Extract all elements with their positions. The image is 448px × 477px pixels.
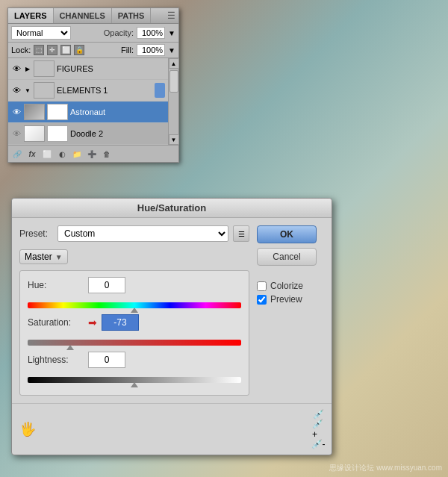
lock-transparent-icon[interactable]: ⬚ bbox=[34, 45, 44, 55]
layer-mask-thumbnail bbox=[47, 125, 68, 142]
hand-tool-icon[interactable]: 🖐 bbox=[19, 421, 36, 437]
panel-menu-icon[interactable]: ☰ bbox=[167, 10, 175, 21]
dialog-right: OK Cancel Colorize Preview bbox=[257, 225, 324, 396]
lock-image-icon[interactable]: ⬜ bbox=[60, 45, 71, 55]
group-expand-icon[interactable]: ▼ bbox=[24, 87, 31, 94]
new-layer-icon[interactable]: ➕ bbox=[86, 148, 98, 160]
scroll-down-arrow[interactable]: ▼ bbox=[169, 134, 179, 145]
blend-controls: Normal Opacity: ▼ bbox=[8, 24, 178, 43]
lightness-row: Lightness: 0 bbox=[28, 352, 241, 368]
tab-paths[interactable]: PATHS bbox=[112, 8, 152, 23]
saturation-track[interactable] bbox=[28, 340, 241, 346]
link-icon[interactable]: 🔗 bbox=[11, 148, 23, 160]
preset-row: Preset: Custom ☰ bbox=[19, 225, 249, 242]
preset-select[interactable]: Custom bbox=[57, 225, 228, 242]
saturation-thumb[interactable] bbox=[66, 345, 74, 350]
fill-input[interactable] bbox=[137, 44, 165, 56]
visibility-icon[interactable]: 👁 bbox=[11, 63, 22, 74]
layers-panel: LAYERS CHANNELS PATHS ☰ Normal Opacity: … bbox=[7, 7, 179, 163]
panel-tabs: LAYERS CHANNELS PATHS ☰ bbox=[8, 8, 178, 24]
visibility-icon[interactable]: 👁 bbox=[11, 128, 22, 139]
layer-list: 👁 ▶ FIGURES 👁 ▼ ELEMENTS 1 👁 bbox=[8, 58, 168, 145]
saturation-arrow-icon: ➡ bbox=[88, 317, 97, 328]
mask-icon[interactable]: ⬜ bbox=[41, 148, 53, 160]
scroll-thumb[interactable] bbox=[169, 70, 178, 93]
hue-slider-container bbox=[28, 302, 241, 308]
lock-all-icon[interactable]: 🔒 bbox=[74, 45, 84, 55]
eyedropper-add-icon[interactable]: 💉+ bbox=[312, 423, 324, 435]
layer-name: Doodle 2 bbox=[70, 129, 165, 138]
adjustment-icon[interactable]: ◐ bbox=[56, 148, 68, 160]
hue-label: Hue: bbox=[28, 280, 84, 290]
cancel-button[interactable]: Cancel bbox=[257, 248, 317, 266]
fx-icon[interactable]: fx bbox=[26, 148, 38, 160]
dialog-titlebar: Hue/Saturation bbox=[12, 199, 332, 218]
preview-row: Preview bbox=[257, 294, 324, 305]
layer-row[interactable]: 👁 Doodle 2 bbox=[8, 123, 168, 145]
lightness-slider-container bbox=[28, 377, 241, 383]
layer-thumbnail bbox=[34, 82, 55, 99]
saturation-row: Saturation: ➡ -73 bbox=[28, 314, 241, 331]
lightness-thumb[interactable] bbox=[131, 382, 138, 387]
eyedropper-minus-icon[interactable]: 💉- bbox=[312, 438, 324, 450]
channel-selector[interactable]: Master ▼ bbox=[19, 249, 68, 264]
layer-row[interactable]: 👁 ▶ FIGURES bbox=[8, 58, 168, 80]
layer-scrollbar[interactable]: ▲ ▼ bbox=[168, 58, 178, 145]
lightness-track[interactable] bbox=[28, 377, 241, 383]
lock-move-icon[interactable]: ✛ bbox=[47, 45, 57, 55]
sliders-section: Hue: 0 Saturation: ➡ -73 bbox=[19, 270, 249, 396]
layer-thumbnail bbox=[24, 125, 45, 142]
channel-label: Master bbox=[25, 252, 52, 262]
layer-mask-thumbnail bbox=[47, 104, 68, 120]
hue-thumb[interactable] bbox=[131, 308, 138, 313]
hue-saturation-dialog: Hue/Saturation Preset: Custom ☰ Master ▼ bbox=[11, 198, 332, 455]
layer-row[interactable]: 👁 Astronaut bbox=[8, 102, 168, 123]
fill-arrow[interactable]: ▼ bbox=[168, 46, 175, 54]
opacity-label: Opacity: bbox=[104, 28, 134, 37]
opacity-input[interactable] bbox=[137, 27, 165, 39]
scroll-up-arrow[interactable]: ▲ bbox=[169, 58, 179, 69]
folder-icon[interactable]: 📁 bbox=[71, 148, 83, 160]
preset-menu-button[interactable]: ☰ bbox=[233, 225, 249, 242]
preset-menu-icon: ☰ bbox=[238, 230, 245, 238]
layer-name: FIGURES bbox=[57, 64, 165, 73]
preview-checkbox[interactable] bbox=[257, 295, 267, 305]
lock-label: Lock: bbox=[11, 46, 31, 54]
hue-row: Hue: 0 bbox=[28, 277, 241, 293]
fill-label: Fill: bbox=[121, 46, 134, 54]
layers-bottom-bar: 🔗 fx ⬜ ◐ 📁 ➕ 🗑 bbox=[8, 145, 178, 162]
saturation-label: Saturation: bbox=[28, 317, 84, 328]
dialog-content: Preset: Custom ☰ Master ▼ Hue: bbox=[12, 218, 332, 403]
saturation-slider-container bbox=[28, 340, 241, 346]
colorize-checkbox[interactable] bbox=[257, 281, 267, 291]
ok-button[interactable]: OK bbox=[257, 225, 317, 243]
tab-layers[interactable]: LAYERS bbox=[8, 8, 54, 23]
colorize-row: Colorize bbox=[257, 281, 324, 291]
layer-thumbnail bbox=[24, 104, 45, 120]
layer-name: ELEMENTS 1 bbox=[57, 86, 152, 95]
channel-row: Master ▼ bbox=[19, 249, 249, 264]
hue-value[interactable]: 0 bbox=[88, 277, 125, 293]
lock-fill-row: Lock: ⬚ ✛ ⬜ 🔒 Fill: ▼ bbox=[8, 43, 178, 58]
hue-track[interactable] bbox=[28, 302, 241, 308]
options-section: Colorize Preview bbox=[257, 278, 324, 305]
visibility-icon[interactable]: 👁 bbox=[11, 85, 22, 96]
visibility-icon[interactable]: 👁 bbox=[11, 107, 22, 117]
group-expand-icon[interactable]: ▶ bbox=[24, 65, 31, 72]
saturation-value[interactable]: -73 bbox=[102, 314, 139, 331]
layer-color-tag bbox=[155, 83, 165, 98]
lightness-label: Lightness: bbox=[28, 355, 84, 365]
blend-mode-select[interactable]: Normal bbox=[11, 26, 71, 40]
delete-layer-icon[interactable]: 🗑 bbox=[101, 148, 113, 160]
eyedropper-tools: 💉 💉+ 💉- bbox=[312, 408, 324, 450]
dialog-left: Preset: Custom ☰ Master ▼ Hue: bbox=[19, 225, 249, 396]
dialog-title: Hue/Saturation bbox=[137, 202, 206, 213]
preview-label: Preview bbox=[270, 294, 302, 305]
lightness-value[interactable]: 0 bbox=[88, 352, 125, 368]
layer-name: Astronaut bbox=[70, 107, 165, 116]
layer-row[interactable]: 👁 ▼ ELEMENTS 1 bbox=[8, 80, 168, 102]
opacity-arrow[interactable]: ▼ bbox=[168, 29, 175, 37]
channel-dropdown-icon: ▼ bbox=[55, 253, 63, 261]
tab-channels[interactable]: CHANNELS bbox=[54, 8, 112, 23]
layer-list-wrapper: 👁 ▶ FIGURES 👁 ▼ ELEMENTS 1 👁 bbox=[8, 58, 178, 145]
